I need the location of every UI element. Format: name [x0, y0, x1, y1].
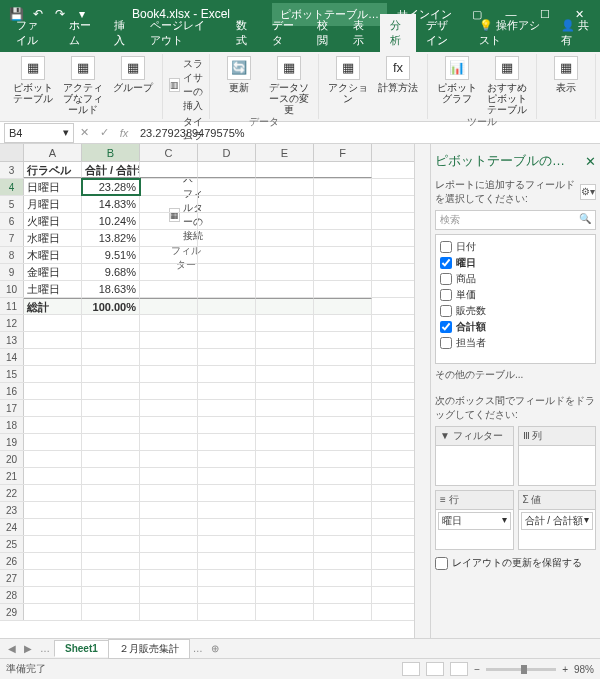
cell[interactable] [256, 570, 314, 586]
field-item[interactable]: 商品 [440, 271, 591, 287]
cell[interactable] [140, 298, 198, 314]
select-all-corner[interactable] [0, 144, 24, 161]
cell[interactable] [314, 179, 372, 195]
cell[interactable] [198, 332, 256, 348]
cancel-formula-icon[interactable]: ✕ [74, 126, 94, 139]
formula-input[interactable]: 23.2792389479575% [134, 127, 600, 139]
cell[interactable] [198, 264, 256, 280]
cell[interactable] [140, 315, 198, 331]
cell[interactable]: 10.24% [82, 213, 140, 229]
cell[interactable] [198, 485, 256, 501]
cell[interactable] [82, 485, 140, 501]
fx-icon[interactable]: fx [114, 127, 134, 139]
cell[interactable] [82, 349, 140, 365]
col-header[interactable]: D [198, 144, 256, 161]
sheet-tab[interactable]: Sheet1 [54, 640, 109, 657]
row-header[interactable]: 18 [0, 417, 24, 433]
cell[interactable] [314, 570, 372, 586]
tell-me[interactable]: 💡 操作アシスト [469, 14, 551, 52]
page-layout-view-button[interactable] [426, 662, 444, 676]
cell[interactable] [256, 196, 314, 212]
area-item[interactable]: 合計 / 合計額▾ [521, 512, 594, 530]
cell[interactable] [82, 315, 140, 331]
cell[interactable] [24, 315, 82, 331]
cell[interactable] [256, 604, 314, 620]
spreadsheet-grid[interactable]: A B C D E F 3行ラベル▾合計 / 合計額4日曜日23.28%5月曜日… [0, 144, 414, 638]
cell[interactable] [82, 468, 140, 484]
cell[interactable]: 18.63% [82, 281, 140, 297]
row-header[interactable]: 14 [0, 349, 24, 365]
cell[interactable] [140, 281, 198, 297]
cell[interactable] [256, 281, 314, 297]
row-header[interactable]: 24 [0, 519, 24, 535]
cell[interactable] [198, 536, 256, 552]
normal-view-button[interactable] [402, 662, 420, 676]
cell[interactable] [198, 553, 256, 569]
cell[interactable] [140, 468, 198, 484]
show-button[interactable]: ▦表示 [543, 56, 589, 93]
cell[interactable]: 総計 [24, 298, 82, 314]
cell[interactable] [198, 451, 256, 467]
cell[interactable] [314, 213, 372, 229]
field-item[interactable]: 曜日 [440, 255, 591, 271]
col-header[interactable]: B [82, 144, 140, 161]
cell[interactable] [314, 264, 372, 280]
cell[interactable] [314, 502, 372, 518]
cell[interactable] [198, 519, 256, 535]
cell[interactable] [256, 332, 314, 348]
cell[interactable] [256, 519, 314, 535]
cell[interactable] [314, 281, 372, 297]
cell[interactable] [82, 536, 140, 552]
cell[interactable] [140, 485, 198, 501]
cell[interactable] [256, 553, 314, 569]
cell[interactable] [314, 434, 372, 450]
cell[interactable] [256, 315, 314, 331]
page-break-view-button[interactable] [450, 662, 468, 676]
cell[interactable] [82, 604, 140, 620]
row-header[interactable]: 27 [0, 570, 24, 586]
cell[interactable] [198, 247, 256, 263]
cell[interactable] [198, 366, 256, 382]
field-item[interactable]: 担当者 [440, 335, 591, 351]
row-header[interactable]: 6 [0, 213, 24, 229]
share-button[interactable]: 👤 共有 [551, 14, 600, 52]
cell[interactable] [140, 553, 198, 569]
cell[interactable] [24, 536, 82, 552]
cell[interactable] [82, 434, 140, 450]
cell[interactable] [198, 570, 256, 586]
field-item[interactable]: 合計額 [440, 319, 591, 335]
cell[interactable]: 金曜日 [24, 264, 82, 280]
cell[interactable] [314, 536, 372, 552]
cell[interactable] [314, 417, 372, 433]
cell[interactable] [140, 383, 198, 399]
cell[interactable] [24, 485, 82, 501]
row-header[interactable]: 23 [0, 502, 24, 518]
cell[interactable] [256, 230, 314, 246]
cell[interactable] [198, 383, 256, 399]
row-header[interactable]: 29 [0, 604, 24, 620]
cell[interactable] [198, 604, 256, 620]
row-header[interactable]: 25 [0, 536, 24, 552]
tab-insert[interactable]: 挿入 [104, 14, 140, 52]
cell[interactable] [24, 587, 82, 603]
cell[interactable] [256, 400, 314, 416]
cell[interactable] [140, 417, 198, 433]
row-header[interactable]: 5 [0, 196, 24, 212]
cell[interactable] [82, 332, 140, 348]
cell[interactable] [140, 604, 198, 620]
cell[interactable] [24, 417, 82, 433]
cell[interactable] [82, 400, 140, 416]
cell[interactable] [140, 162, 198, 178]
cell[interactable]: 水曜日 [24, 230, 82, 246]
cell[interactable] [314, 162, 372, 178]
cell[interactable] [314, 298, 372, 314]
row-header[interactable]: 21 [0, 468, 24, 484]
cell[interactable] [82, 570, 140, 586]
cell[interactable] [140, 587, 198, 603]
tab-home[interactable]: ホーム [59, 14, 104, 52]
cell[interactable]: 土曜日 [24, 281, 82, 297]
cell[interactable] [140, 349, 198, 365]
cell[interactable] [82, 366, 140, 382]
tab-view[interactable]: 表示 [343, 14, 379, 52]
chevron-down-icon[interactable]: ▾ [63, 126, 69, 139]
